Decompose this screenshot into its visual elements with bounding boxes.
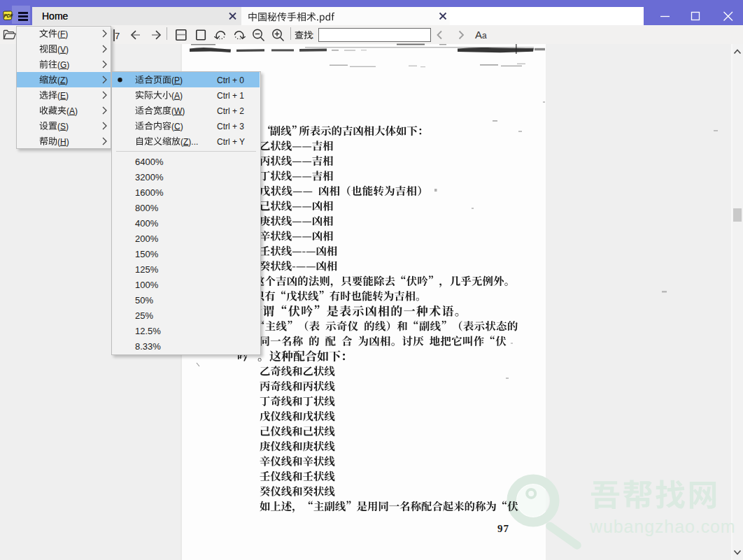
svg-text:6400%: 6400% (135, 157, 164, 167)
svg-text:1600%: 1600% (135, 187, 164, 198)
svg-text:Ctrl + 3: Ctrl + 3 (217, 122, 244, 131)
svg-text:Ctrl + 0: Ctrl + 0 (217, 76, 244, 85)
svg-text:3200%: 3200% (135, 172, 164, 182)
svg-text:Ctrl + 2: Ctrl + 2 (217, 106, 244, 116)
svg-text:(H): (H) (57, 137, 69, 147)
svg-text:125%: 125% (135, 264, 159, 275)
svg-text:(A): (A) (66, 106, 78, 116)
svg-text:200%: 200% (135, 234, 159, 244)
svg-text:8.33%: 8.33% (135, 341, 161, 352)
svg-text:(Z)...: (Z)... (181, 137, 198, 147)
svg-text:(W): (W) (171, 106, 185, 116)
svg-text:400%: 400% (135, 218, 159, 229)
svg-text:(G): (G) (57, 60, 69, 70)
svg-text:(C): (C) (171, 122, 183, 131)
svg-text:150%: 150% (135, 249, 159, 259)
svg-text:Ctrl + Y: Ctrl + Y (217, 137, 245, 147)
svg-text:(P): (P) (171, 76, 183, 85)
svg-text:12.5%: 12.5% (135, 326, 161, 336)
svg-text::: : (311, 30, 314, 41)
svg-text:(S): (S) (57, 122, 69, 131)
svg-text:(Z): (Z) (57, 76, 68, 85)
svg-text:(A): (A) (171, 91, 183, 101)
svg-text:(F): (F) (57, 29, 68, 39)
svg-text:(V): (V) (57, 45, 69, 55)
svg-text:(E): (E) (57, 91, 69, 101)
svg-text:Home: Home (42, 10, 69, 22)
svg-text:100%: 100% (135, 280, 159, 290)
svg-text:800%: 800% (135, 203, 159, 213)
svg-text:25%: 25% (135, 310, 153, 321)
svg-text:50%: 50% (135, 295, 153, 306)
svg-text:Ctrl + 1: Ctrl + 1 (217, 91, 244, 101)
